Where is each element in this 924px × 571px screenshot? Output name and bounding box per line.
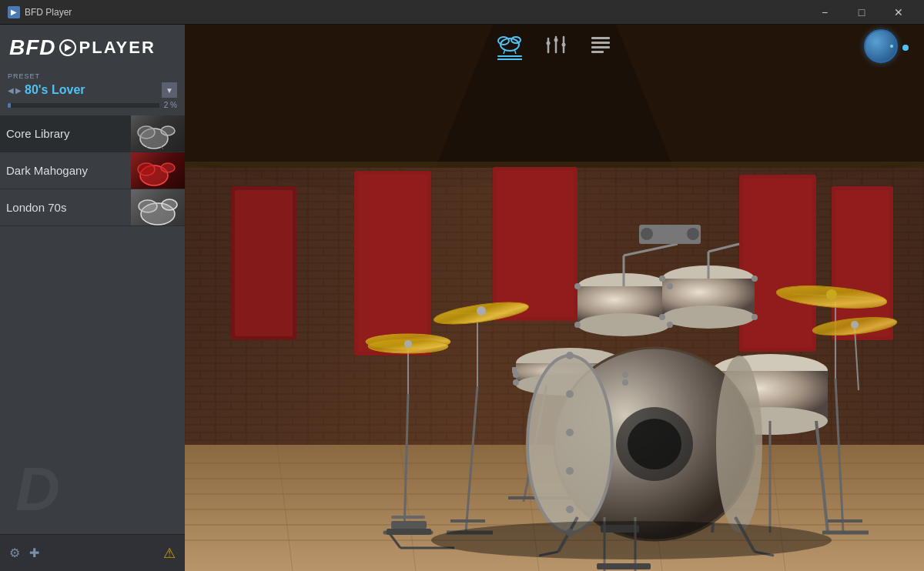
svg-point-152 [752,314,758,320]
svg-point-6 [138,163,155,175]
library-list: Core Library Dark Mahogany [0,115,185,534]
kit-view-icon [497,32,522,54]
main-container: BFD PLAYER PRESET ◀ ▶ 80's Lover ▼ [0,25,924,571]
svg-point-7 [161,163,175,172]
preset-label: PRESET [8,72,177,80]
svg-point-119 [566,467,574,475]
svg-point-79 [477,306,486,316]
drum-display [185,25,924,571]
svg-point-1 [138,126,155,139]
preset-dropdown-button[interactable]: ▼ [162,82,177,98]
knob-dot [890,45,893,48]
svg-point-2 [161,126,175,135]
close-button[interactable]: ✕ [881,0,916,25]
title-bar-left: ▶ BFD Player [8,6,72,18]
svg-rect-37 [185,162,924,168]
progress-bar-container [8,103,159,108]
svg-point-150 [752,275,758,282]
svg-point-97 [578,313,670,336]
warning-icon[interactable]: ⚠ [163,545,176,562]
svg-point-151 [659,314,665,320]
svg-point-120 [566,506,574,513]
sidebar: BFD PLAYER PRESET ◀ ▶ 80's Lover ▼ [0,25,185,571]
logo: BFD PLAYER [9,35,176,60]
svg-rect-125 [597,563,651,569]
play-triangle [65,44,72,52]
minimize-button[interactable]: − [807,0,842,25]
app-icon: ▶ [8,6,20,18]
svg-point-116 [566,352,574,359]
library-item-london[interactable]: London 70s [0,189,185,226]
svg-point-156 [622,379,628,386]
svg-rect-62 [835,190,889,336]
preset-row: ◀ ▶ 80's Lover ▼ [8,82,177,98]
preset-prev-arrow[interactable]: ◀ [8,86,14,95]
progress-row: 2 % [8,101,177,109]
library-item-core[interactable]: Core Library [0,115,185,152]
svg-point-153 [513,372,519,378]
add-icon[interactable]: ✚ [29,546,39,560]
svg-rect-60 [743,179,812,348]
master-volume-knob[interactable] [864,29,898,63]
svg-rect-25 [591,37,610,39]
grooves-view-button[interactable] [590,34,611,58]
sidebar-bottom: ⚙ ✚ ⚠ [0,534,185,571]
svg-rect-27 [591,46,610,48]
svg-point-137 [851,321,859,329]
svg-rect-26 [591,42,610,44]
svg-rect-56 [358,175,427,352]
top-toolbar [185,25,924,68]
library-item-core-label: Core Library [6,127,70,140]
svg-rect-58 [497,171,574,317]
sidebar-bottom-left: ⚙ ✚ [9,546,39,560]
svg-point-71 [404,340,412,348]
grooves-icon [590,34,611,55]
svg-point-108 [716,356,762,533]
window-title: BFD Player [25,7,72,18]
svg-point-154 [622,372,628,378]
dark-thumb-svg [131,152,185,189]
library-item-london-label: London 70s [6,201,66,214]
library-item-core-thumb [131,115,185,152]
svg-rect-139 [387,529,431,535]
progress-bar-fill [8,103,11,108]
logo-player-text: PLAYER [79,38,156,58]
mixer-view-button[interactable] [545,34,567,58]
maximize-button[interactable]: □ [844,0,879,25]
progress-percent: 2 % [164,101,177,109]
library-item-dark[interactable]: Dark Mahogany [0,152,185,189]
svg-point-145 [574,283,581,289]
preset-name-row: ◀ ▶ 80's Lover [8,83,162,97]
svg-point-9 [139,200,157,212]
settings-icon[interactable]: ⚙ [9,546,20,560]
library-item-dark-label: Dark Mahogany [6,164,88,177]
kit-view-button[interactable] [497,32,522,60]
svg-point-18 [547,42,551,45]
svg-point-21 [554,38,558,42]
kit-active-indicator [497,55,522,57]
studio-background [185,25,924,571]
core-thumb-svg [131,115,185,152]
london-thumb-svg [131,189,185,226]
knob-indicator [902,45,909,51]
svg-point-10 [162,199,177,210]
preset-area: PRESET ◀ ▶ 80's Lover ▼ 2 % [0,68,185,115]
svg-point-147 [574,322,581,328]
svg-point-155 [513,379,519,386]
mixer-icon [545,34,567,55]
title-bar: ▶ BFD Player − □ ✕ [0,0,924,25]
svg-point-117 [566,390,574,398]
library-item-dark-thumb [131,152,185,189]
svg-point-148 [667,322,673,328]
svg-point-110 [628,419,681,469]
logo-bfd-text: BFD [9,35,56,60]
preset-arrows: ◀ ▶ [8,86,22,95]
svg-rect-28 [591,51,604,53]
svg-point-157 [431,521,832,559]
svg-point-118 [566,429,574,436]
logo-play-icon [59,39,76,56]
svg-point-149 [659,275,665,282]
preset-next-arrow[interactable]: ▶ [15,86,22,95]
toolbar-center [497,32,611,60]
svg-point-24 [562,43,566,47]
